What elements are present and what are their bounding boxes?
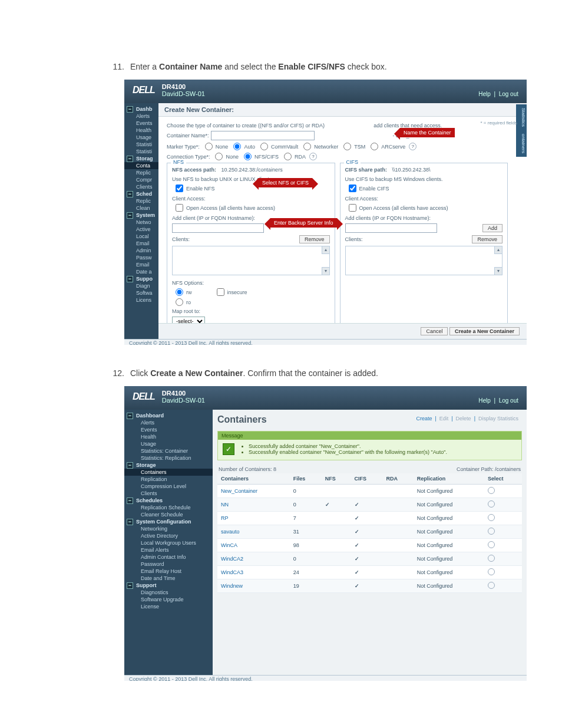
container-name-cell[interactable]: WindCA2 [217,552,290,566]
container-name-cell[interactable]: RP [217,512,290,525]
select-cell[interactable] [484,512,522,525]
select-cell[interactable] [484,579,522,593]
select-cell[interactable] [484,485,522,498]
container-name-cell[interactable]: WindCA3 [217,566,290,579]
sidebar-item[interactable]: Storag [124,155,158,162]
marker-tsm-radio[interactable] [343,143,351,150]
sidebar-item[interactable]: Dashb [124,106,158,113]
cifs-clients-listbox[interactable]: ▴ ▾ [345,246,503,275]
sidebar-item[interactable]: Clean [124,205,158,212]
sidebar-item[interactable]: Date a [124,268,158,275]
conn-nfscifs-radio[interactable] [244,153,252,160]
container-name-cell[interactable]: Windnew [217,579,290,593]
marker-networker-radio[interactable] [303,143,311,150]
help-icon[interactable]: ? [409,143,416,150]
help-link[interactable]: Help [478,397,491,404]
nfs-rw-radio[interactable] [176,288,183,296]
scroll-up-icon[interactable]: ▴ [322,246,329,254]
scroll-up-icon[interactable]: ▴ [494,246,502,254]
cifs-add-button[interactable]: Add [482,224,503,232]
sidebar-item[interactable]: Active [124,226,158,233]
select-cell[interactable] [484,498,522,512]
create-link[interactable]: Create [416,416,432,421]
sidebar-item[interactable]: System Configuration [124,518,213,525]
sidebar-item[interactable]: Statisti [124,148,158,155]
sidebar-item[interactable]: Clients [124,183,158,190]
marker-commvault-radio[interactable] [260,143,268,150]
sidebar-item[interactable]: Compr [124,176,158,183]
select-cell[interactable] [484,552,522,566]
scroll-down-icon[interactable]: ▾ [494,267,502,275]
sidebar-item[interactable]: Compression Level [124,483,213,490]
container-name-cell[interactable]: savauto [217,525,290,539]
container-name-cell[interactable]: New_Container [217,485,290,498]
sidebar-item[interactable]: Password [124,561,213,568]
sidebar-item[interactable]: Schedules [124,497,213,504]
cifs-open-access-checkbox[interactable] [349,204,356,212]
sidebar-item[interactable]: Statistics: Container [124,447,213,454]
sidebar-item[interactable]: Email [124,240,158,247]
nfs-add-client-input[interactable] [172,223,264,233]
container-name-input[interactable] [211,131,315,140]
marker-none-radio[interactable] [205,143,213,150]
sidebar-item[interactable]: Email Alerts [124,546,213,554]
enable-nfs-checkbox[interactable] [176,185,183,192]
conn-none-radio[interactable] [215,153,223,160]
sidebar-item[interactable]: Replic [124,169,158,176]
sidebar-item[interactable]: Containers [124,469,213,476]
nfs-insecure-checkbox[interactable] [217,288,224,296]
sidebar-item[interactable]: Conta [124,162,158,169]
nfs-clients-listbox[interactable]: ▴ ▾ [172,246,330,275]
enable-cifs-checkbox[interactable] [349,185,356,192]
sidebar-item[interactable]: Health [124,433,213,440]
sidebar-item[interactable]: Active Directory [124,532,213,539]
conn-rda-radio[interactable] [284,153,292,160]
sidebar-item[interactable]: Events [124,426,213,433]
logout-link[interactable]: Log out [499,91,518,97]
sidebar-item[interactable]: Clients [124,490,213,497]
sidebar-item[interactable]: Email Relay Host [124,568,213,575]
sidebar-item[interactable]: Diagnostics [124,589,213,596]
container-name-cell[interactable]: WinCA [217,539,290,552]
sidebar-item[interactable]: Date and Time [124,575,213,582]
sidebar-item[interactable]: Networking [124,525,213,532]
sidebar-item[interactable]: Admin Contact Info [124,554,213,561]
sidebar-item[interactable]: Diagn [124,282,158,289]
nfs-ro-radio[interactable] [176,298,183,306]
sidebar-item[interactable]: Suppo [124,275,158,282]
cifs-remove-button[interactable]: Remove [472,235,503,243]
delete-link[interactable]: Delete [456,416,471,421]
sidebar-item[interactable]: Passw [124,254,158,261]
edit-link[interactable]: Edit [439,416,449,421]
create-container-button[interactable]: Create a New Container [449,327,520,335]
sidebar-item[interactable]: Local Workgroup Users [124,539,213,546]
scroll-down-icon[interactable]: ▾ [322,267,329,275]
sidebar-item[interactable]: Usage [124,134,158,141]
logout-link[interactable]: Log out [499,397,518,404]
sidebar-item[interactable]: Replication [124,476,213,483]
select-cell[interactable] [484,539,522,552]
sidebar-item[interactable]: Local [124,233,158,240]
nfs-open-access-checkbox[interactable] [176,204,183,212]
sidebar-item[interactable]: Email [124,261,158,268]
sidebar-item[interactable]: Softwa [124,289,158,297]
sidebar-item[interactable]: License [124,603,213,610]
sidebar-item[interactable]: Statistics: Replication [124,454,213,462]
display-statistics-link[interactable]: Display Statistics [478,416,518,421]
sidebar-item[interactable]: Licens [124,297,158,304]
marker-arcserve-radio[interactable] [371,143,378,150]
help-icon[interactable]: ? [309,153,317,160]
sidebar-item[interactable]: Alerts [124,113,158,120]
container-name-cell[interactable]: NN [217,498,290,512]
sidebar-item[interactable]: Alerts [124,419,213,426]
sidebar-item[interactable]: Events [124,120,158,127]
help-link[interactable]: Help [478,91,491,97]
marker-auto-radio[interactable] [233,143,241,150]
sidebar-item[interactable]: Storage [124,462,213,469]
sidebar-item[interactable]: Software Upgrade [124,596,213,603]
cancel-button[interactable]: Cancel [421,327,448,335]
sidebar-item[interactable]: Sched [124,190,158,197]
sidebar-item[interactable]: Replication Schedule [124,504,213,511]
sidebar-item[interactable]: Netwo [124,219,158,226]
cifs-add-client-input[interactable] [345,223,437,233]
